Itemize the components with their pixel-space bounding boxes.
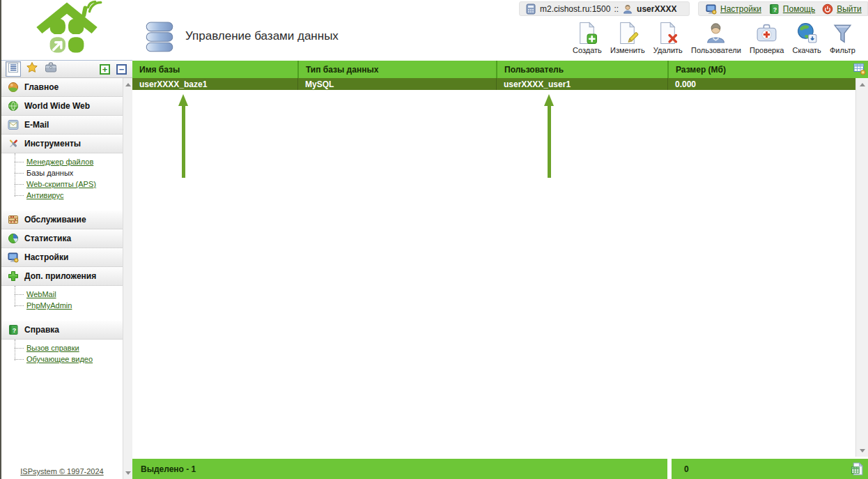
phpmyadmin-link[interactable]: PhpMyAdmin — [26, 301, 72, 310]
sidebar-subitem-webmail[interactable]: WebMail — [1, 289, 123, 300]
sidebar-item-label: Инструменты — [24, 139, 81, 149]
webmail-link[interactable]: WebMail — [26, 290, 56, 298]
extra-apps-submenu: WebMail PhpMyAdmin — [1, 286, 123, 321]
sidebar-subitem-phpmyadmin[interactable]: PhpMyAdmin — [1, 300, 123, 311]
sidebar-item-extra-apps[interactable]: Доп. приложения — [1, 267, 123, 286]
expand-all-button[interactable]: + — [100, 64, 110, 75]
databases-current-item[interactable]: Базы данных — [26, 169, 73, 177]
file-manager-link[interactable]: Менеджер файлов — [26, 158, 93, 166]
sidebar-scrollbar[interactable] — [123, 78, 132, 479]
create-button-label: Создать — [573, 46, 602, 54]
sidebar-item-help[interactable]: ? Справка — [1, 321, 123, 340]
tree-dots — [15, 359, 24, 360]
column-header-db-type[interactable]: Тип базы данных — [297, 61, 496, 78]
table-row[interactable]: userXXXX_baze1 MySQL userXXXX_user1 0.00… — [132, 78, 855, 90]
filter-button-label: Фильтр — [830, 46, 855, 54]
edit-button[interactable]: Изменить — [610, 21, 645, 54]
sidebar-mini-toolbar: + − — [1, 60, 132, 78]
arrow-head — [544, 94, 554, 106]
sidebar-subitem-web-scripts[interactable]: Web-скрипты (APS) — [1, 178, 123, 190]
briefcase-button[interactable] — [43, 61, 59, 77]
sidebar-subitem-databases[interactable]: Базы данных — [1, 167, 123, 178]
sidebar-subitem-antivirus[interactable]: Антивирус — [1, 190, 123, 201]
tools-submenu: Менеджер файлов Базы данных Web-скрипты … — [1, 153, 123, 211]
mail-icon — [8, 119, 19, 130]
logo-area — [1, 0, 132, 60]
settings-monitor-icon — [706, 3, 717, 15]
web-scripts-link[interactable]: Web-скрипты (APS) — [26, 180, 96, 188]
monitor-gear-icon — [8, 252, 19, 263]
scroll-up-arrow[interactable] — [856, 79, 868, 89]
sidebar-item-label: Главное — [24, 82, 59, 92]
piechart-icon — [8, 233, 19, 244]
database-icon — [144, 21, 176, 57]
server-info-box: m2.cishost.ru:1500 :: userXXXX — [519, 1, 690, 16]
download-button-label: Скачать — [793, 46, 821, 54]
settings-link[interactable]: Настройки — [720, 4, 761, 14]
ispmanager-window: m2.cishost.ru:1500 :: userXXXX Настройки… — [0, 0, 868, 479]
column-header-db-name[interactable]: Имя базы — [132, 61, 297, 78]
check-button[interactable]: Проверка — [750, 21, 784, 54]
annotation-arrow-user — [543, 94, 555, 178]
sidebar-item-settings[interactable]: Настройки — [1, 248, 123, 267]
firstaid-icon — [755, 21, 779, 45]
table-settings-icon[interactable] — [853, 63, 866, 78]
tree-dots — [15, 195, 24, 196]
tree-dots — [15, 348, 24, 349]
list-icon — [8, 63, 18, 75]
list-view-button[interactable] — [6, 61, 21, 77]
tree-dots — [15, 305, 24, 306]
triangle-up-icon — [860, 83, 865, 86]
www-globe-icon — [8, 100, 19, 112]
training-video-link[interactable]: Обучающее видео — [26, 355, 93, 363]
server-user-separator: :: — [614, 4, 619, 14]
sidebar-subitem-call-help[interactable]: Вызов справки — [1, 342, 123, 353]
create-button[interactable]: Создать — [573, 21, 602, 54]
sidebar-item-statistics[interactable]: Статистика — [1, 229, 123, 248]
person-icon — [622, 3, 633, 15]
table-scrollbar[interactable] — [855, 78, 868, 457]
check-button-label: Проверка — [750, 46, 784, 54]
selected-count-text: Выделено - 1 — [141, 464, 196, 474]
tree-dots — [15, 184, 24, 185]
scroll-down-arrow[interactable] — [856, 446, 868, 455]
sidebar-item-tools[interactable]: Инструменты — [1, 135, 123, 153]
cell-db-type: MySQL — [297, 78, 496, 90]
column-header-user[interactable]: Пользователь — [496, 61, 667, 78]
triangle-down-icon — [125, 471, 131, 475]
help-book-icon: ? — [768, 3, 780, 15]
sidebar-item-www[interactable]: World Wide Web — [1, 97, 123, 116]
antivirus-link[interactable]: Антивирус — [26, 191, 63, 199]
sidebar-item-label: Обслуживание — [24, 215, 86, 225]
abacus-icon — [8, 214, 19, 225]
annotation-arrow-db-name — [178, 94, 189, 178]
arrow-head — [178, 94, 188, 106]
triangle-down-icon — [860, 449, 865, 453]
sidebar-item-email[interactable]: E-Mail — [1, 116, 123, 135]
users-button-label: Пользователи — [691, 46, 741, 54]
sidebar-item-label: Справка — [24, 325, 59, 335]
ispsystem-copyright-link[interactable]: ISPsystem © 1997-2024 — [20, 467, 103, 476]
sidebar-item-main[interactable]: Главное — [1, 78, 123, 97]
column-header-size[interactable]: Размер (Мб) — [667, 61, 868, 78]
doc-delete-icon — [656, 21, 680, 45]
sidebar-subitem-file-manager[interactable]: Менеджер файлов — [1, 156, 123, 167]
arrow-stem — [182, 106, 185, 178]
scroll-up-arrow[interactable] — [123, 79, 132, 89]
doc-edit-icon — [616, 21, 640, 45]
download-button[interactable]: Скачать — [793, 21, 821, 54]
help-link[interactable]: Помощь — [783, 4, 815, 14]
isp-logo — [22, 0, 112, 61]
excel-export-icon[interactable] — [851, 462, 864, 478]
filter-button[interactable]: Фильтр — [830, 21, 855, 54]
username: userXXXX — [637, 4, 676, 14]
delete-button[interactable]: Удалить — [653, 21, 683, 54]
favorites-button[interactable] — [24, 61, 40, 77]
collapse-all-button[interactable]: − — [116, 64, 127, 75]
users-button[interactable]: Пользователи — [691, 21, 741, 54]
scroll-down-arrow[interactable] — [123, 468, 132, 478]
sidebar-item-maintenance[interactable]: Обслуживание — [1, 211, 123, 229]
sidebar-subitem-training-video[interactable]: Обучающее видео — [1, 353, 123, 365]
logout-link[interactable]: Выйти — [837, 4, 862, 14]
call-help-link[interactable]: Вызов справки — [26, 344, 79, 352]
